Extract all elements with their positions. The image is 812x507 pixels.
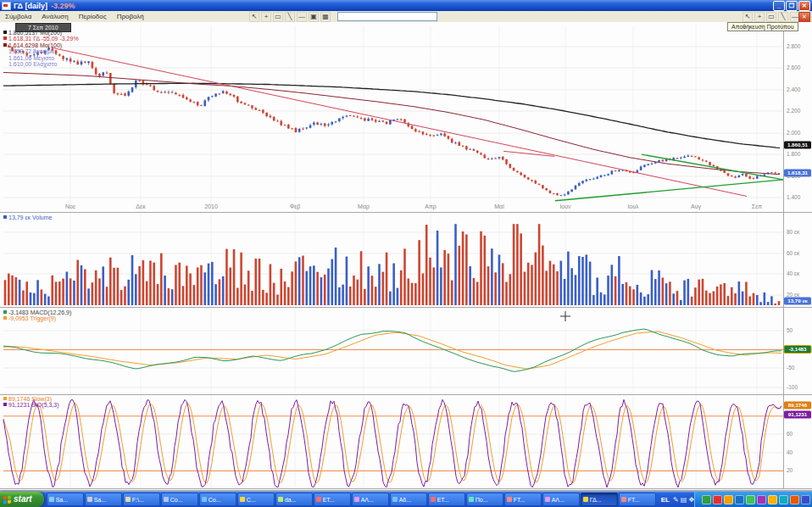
minimize-button[interactable]: _: [773, 1, 785, 11]
axis-label: Νοε: [65, 203, 75, 209]
start-button[interactable]: start: [0, 492, 44, 507]
pen-quick-icon[interactable]: ✎: [673, 496, 679, 504]
trendline-tool-icon[interactable]: ╲: [778, 12, 788, 22]
stoch-legend: 89,1746 Slow(3)91,1231 StO(5,3,3): [3, 396, 59, 409]
axis-label: Απρ: [425, 203, 436, 210]
app-icon: [2, 2, 11, 10]
taskbar-button[interactable]: ΑΛ...: [352, 493, 389, 506]
legend-marker-icon: [3, 36, 7, 40]
tray-icon[interactable]: [702, 495, 711, 504]
legend-marker-icon: [3, 215, 7, 219]
stoch-legend-line: 89,1746 Slow(3): [3, 396, 59, 402]
tray-icon[interactable]: [724, 495, 733, 504]
tray-icon[interactable]: [801, 495, 810, 504]
axis-label: 60: [787, 431, 793, 437]
chart-canvas[interactable]: 2.8002.6002.4002.2002.0001.8001.6001.400…: [0, 22, 812, 490]
axis-label: 2.200: [787, 108, 801, 114]
axis-label: Ιουν: [559, 203, 571, 209]
taskbar-button[interactable]: da...: [275, 493, 313, 506]
tile-windows-icon[interactable]: ▣: [309, 12, 319, 22]
taskbar-button[interactable]: ΓΔ...: [581, 493, 618, 506]
symbol-input[interactable]: [337, 12, 437, 21]
pointer-tool-icon[interactable]: ↖: [249, 12, 259, 22]
taskbar-button-icon: [87, 497, 92, 502]
axis-label: Φεβ: [290, 203, 301, 210]
taskbar-button[interactable]: Co...: [199, 493, 236, 506]
axis-label: 60 εκ: [787, 250, 800, 256]
pointer-tool-icon[interactable]: ↖: [742, 12, 753, 22]
volume-legend: 13,79 εκ Volume: [3, 214, 52, 220]
axis-label: -3,1483: [789, 346, 808, 352]
legend-marker-icon: [3, 403, 7, 406]
price-legend-line: 1.610,00 Ελάχιστο: [3, 61, 79, 67]
axis-label: Μαϊ: [494, 203, 504, 209]
crosshair-tool-icon[interactable]: +: [261, 12, 271, 22]
trendline-tool-icon[interactable]: ╲: [285, 12, 295, 22]
taskbar-button-icon: [49, 497, 54, 502]
axis-label: -100: [787, 384, 798, 390]
close-button[interactable]: ✕: [798, 1, 810, 11]
taskbar-button[interactable]: Co...: [161, 493, 198, 506]
axis-label: Ιουλ: [627, 203, 639, 209]
display-quick-icon[interactable]: ▤: [681, 496, 687, 504]
tray-icon[interactable]: [768, 495, 777, 504]
axis-label: Δεκ: [136, 203, 146, 209]
axis-label: 89,1746: [788, 402, 808, 408]
taskbar-button-icon: [125, 497, 131, 502]
legend-marker-icon: [3, 56, 7, 59]
taskbar-button[interactable]: Sa...: [47, 493, 84, 506]
stoch-legend-line: 91,1231 StO(5,3,3): [3, 402, 59, 408]
axis-label: 50: [787, 327, 793, 333]
menu-item[interactable]: Προβολή: [112, 13, 149, 20]
taskbar-button[interactable]: Αδ...: [390, 493, 427, 506]
language-indicator[interactable]: EL: [661, 496, 670, 504]
taskbar: start Sa...Sa...F:\...Co...Co...C...da..…: [0, 492, 812, 507]
macd-legend-line: -3,1483 MACD(12,26,9): [3, 309, 71, 315]
zoom-box-tool-icon[interactable]: ▭: [273, 12, 283, 22]
taskbar-button[interactable]: Πο...: [466, 493, 503, 506]
taskbar-button-icon: [583, 497, 588, 502]
tray-icon[interactable]: [713, 495, 722, 504]
taskbar-button-icon: [545, 497, 550, 502]
taskbar-button-icon: [202, 497, 207, 502]
menu-item[interactable]: Περίοδος: [74, 13, 112, 20]
window-title: ΓΔ [daily]: [14, 2, 47, 10]
price-legend-line: 1.661,06 Μέγιστο: [3, 55, 79, 61]
tray-icon[interactable]: [757, 495, 766, 504]
zoom-box-tool-icon[interactable]: ▭: [766, 12, 776, 22]
taskbar-button[interactable]: ΑΛ...: [542, 493, 580, 506]
taskbar-button[interactable]: FT...: [504, 493, 542, 506]
crosshair-tool-icon[interactable]: +: [754, 12, 765, 22]
quick-icons: ✎▤❖: [673, 496, 694, 504]
axis-label: 2.800: [787, 43, 801, 49]
axis-label: 2.000: [787, 130, 801, 136]
taskbar-button-icon: [278, 497, 283, 502]
shield-quick-icon[interactable]: ❖: [688, 496, 694, 504]
horizontal-line-tool-icon[interactable]: —: [297, 12, 307, 22]
restore-button[interactable]: ❐: [786, 1, 798, 11]
taskbar-button-icon: [164, 497, 169, 502]
taskbar-button[interactable]: ET...: [428, 493, 465, 506]
menu-item[interactable]: Ανάλυση: [36, 13, 73, 20]
menu-item[interactable]: Σύμβολα: [0, 13, 36, 20]
taskbar-button[interactable]: Sa...: [85, 493, 122, 506]
windows-logo-icon: [3, 495, 11, 504]
legend-marker-icon: [3, 397, 7, 400]
axis-label: 2010: [204, 203, 218, 209]
axis-label: 20: [787, 467, 793, 473]
axis-label: 13,79 εκ: [787, 298, 808, 304]
taskbar-button[interactable]: F:\...: [123, 493, 160, 506]
axis-label: 20 εκ: [787, 292, 800, 298]
tray-icon[interactable]: [746, 495, 755, 504]
tray-icon[interactable]: [790, 495, 799, 504]
price-legend: 1.860,5137 Μα(200)1.618,31 ΓΔ -55,09 -3,…: [3, 30, 79, 67]
tray-icon[interactable]: [735, 495, 744, 504]
app-window: ΓΔ [daily] -3.29% _ ❐ ✕ ΣύμβολαΑνάλυσηΠε…: [0, 0, 812, 507]
taskbar-button[interactable]: FT...: [619, 493, 656, 506]
taskbar-button[interactable]: C...: [237, 493, 275, 506]
legend-marker-icon: [3, 310, 7, 314]
save-chart-icon[interactable]: ▦: [320, 12, 331, 22]
taskbar-button[interactable]: ET...: [314, 493, 351, 506]
tray-icon[interactable]: [779, 495, 788, 504]
axis-label: 40: [787, 449, 793, 455]
